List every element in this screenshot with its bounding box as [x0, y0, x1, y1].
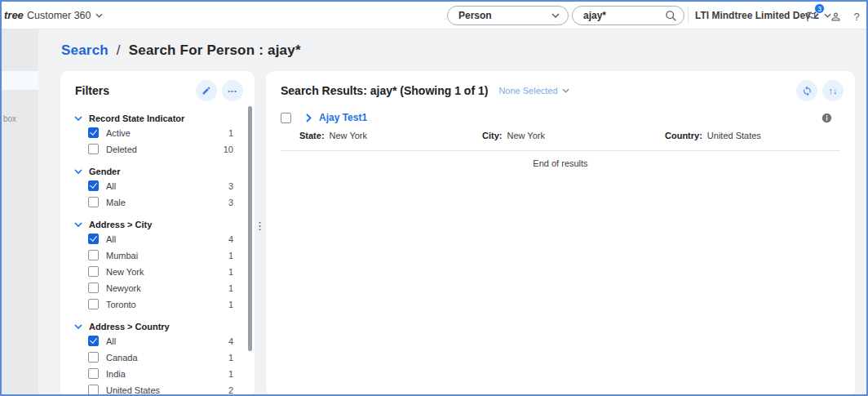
filters-more-button[interactable]: ••• [222, 80, 243, 101]
filters-title: Filters [75, 84, 109, 97]
filter-group-label: Record State Indicator [89, 113, 184, 123]
row-checkbox[interactable] [281, 113, 291, 123]
checkbox[interactable] [88, 299, 99, 309]
nav-item-label[interactable]: box [3, 114, 16, 123]
user-menu-button[interactable] [826, 7, 844, 25]
ellipsis-icon: ••• [228, 87, 237, 95]
result-details: State:New York City:New York Country:Uni… [281, 131, 840, 142]
results-title: Search Results: ajay* (Showing 1 of 1) [281, 84, 488, 97]
breadcrumb: Search / Search For Person : ajay* [61, 42, 301, 59]
nav-active-item[interactable] [2, 71, 38, 90]
filter-option: Active 1 [74, 126, 233, 140]
filter-option: United States 2 [74, 383, 233, 396]
breadcrumb-search-link[interactable]: Search [61, 42, 108, 58]
search-type-value: Person [458, 10, 492, 21]
filter-option: India 1 [74, 367, 233, 380]
refresh-icon [802, 86, 813, 96]
selection-dropdown[interactable]: None Selected [498, 86, 569, 96]
filter-option-count: 1 [228, 369, 233, 379]
filter-option-label: Toronto [106, 300, 136, 309]
checkbox[interactable] [88, 250, 99, 260]
filter-option-count: 1 [228, 267, 233, 277]
filter-option-count: 4 [228, 336, 233, 346]
filters-body: Record State Indicator Active 1 Deleted … [60, 101, 255, 396]
checkbox[interactable] [88, 352, 99, 363]
filter-option-count: 4 [228, 234, 233, 244]
result-field-city: City:New York [482, 131, 545, 140]
filter-group-record-state: Record State Indicator Active 1 Deleted … [74, 113, 233, 156]
app-switcher[interactable]: Customer 360 [27, 10, 103, 21]
page-title: Search For Person : ajay* [129, 42, 301, 58]
chevron-down-icon [74, 169, 82, 174]
filters-scrollbar[interactable] [248, 106, 252, 351]
panel-resize-handle[interactable]: ⋮ [255, 222, 265, 229]
sort-icon: ↑↓ [829, 86, 838, 96]
filter-option: Toronto 1 [74, 297, 233, 311]
help-icon: ? [853, 11, 859, 23]
filter-group-label: Address > City [89, 220, 152, 229]
search-type-select[interactable]: Person [447, 6, 569, 25]
chevron-down-icon [551, 13, 560, 18]
checkbox[interactable] [88, 336, 99, 346]
field-label: State: [299, 131, 325, 140]
chevron-right-icon[interactable] [306, 113, 312, 122]
filter-option-label: India [106, 369, 126, 379]
checkbox[interactable] [88, 127, 99, 138]
search-results-panel: Search Results: ajay* (Showing 1 of 1) N… [266, 71, 855, 396]
filter-group-header[interactable]: Address > City [74, 220, 233, 229]
user-icon [830, 11, 842, 23]
checkbox[interactable] [88, 197, 99, 207]
results-header: Search Results: ajay* (Showing 1 of 1) N… [266, 71, 855, 101]
brand-logo: tree [4, 9, 24, 21]
checkbox[interactable] [88, 266, 99, 277]
result-row: Ajay Test1 State:New York City:New York … [281, 112, 840, 142]
filter-group-address-country: Address > Country All 4 Canada 1 India 1 [74, 322, 233, 396]
edit-filters-button[interactable] [196, 80, 217, 101]
filter-option-label: Male [106, 198, 126, 207]
filter-option: New York 1 [74, 265, 233, 278]
sort-button[interactable]: ↑↓ [822, 80, 844, 101]
filter-option-label: Canada [106, 353, 138, 363]
filter-group-header[interactable]: Record State Indicator [74, 113, 233, 123]
chevron-down-icon [562, 88, 569, 93]
help-button[interactable]: ? [848, 7, 866, 25]
info-button[interactable] [822, 112, 832, 127]
filter-group-header[interactable]: Address > Country [74, 322, 233, 331]
chevron-down-icon [74, 324, 82, 329]
filter-option-label: Active [106, 128, 131, 138]
results-divider [281, 150, 840, 151]
field-value: New York [507, 131, 544, 140]
breadcrumb-separator: / [113, 42, 125, 58]
refresh-button[interactable] [796, 80, 817, 101]
search-icon[interactable] [665, 10, 677, 22]
filter-group-label: Gender [89, 167, 121, 176]
checkbox[interactable] [88, 144, 99, 154]
filter-option-label: All [106, 181, 116, 191]
checkbox[interactable] [88, 368, 99, 379]
chevron-down-icon [74, 116, 82, 121]
filter-option: Newyork 1 [74, 281, 233, 295]
checkbox[interactable] [88, 283, 99, 293]
filters-header: Filters ••• [60, 71, 255, 101]
filter-option-count: 1 [228, 251, 233, 260]
filter-group-header[interactable]: Gender [74, 167, 233, 176]
end-of-results-label: End of results [266, 158, 855, 168]
filter-option-label: New York [106, 267, 144, 277]
filter-option-label: Deleted [106, 145, 137, 154]
checkbox[interactable] [88, 180, 99, 191]
top-bar: tree Customer 360 Person LTI Mindtree Li… [2, 2, 866, 29]
notification-badge: 3 [814, 3, 825, 14]
result-field-state: State:New York [299, 131, 367, 140]
notifications-button[interactable]: 3 [802, 7, 820, 25]
search-input[interactable] [583, 10, 661, 21]
filter-option-count: 1 [228, 300, 233, 309]
header-divider [688, 7, 689, 24]
field-label: City: [482, 131, 502, 140]
filter-option-label: All [106, 234, 116, 244]
filter-option: Male 3 [74, 195, 233, 209]
filter-group-address-city: Address > City All 4 Mumbai 1 New York 1 [74, 220, 233, 311]
checkbox[interactable] [88, 234, 99, 244]
checkbox[interactable] [88, 385, 99, 395]
filter-option: Mumbai 1 [74, 248, 233, 262]
result-name-link[interactable]: Ajay Test1 [319, 112, 367, 123]
